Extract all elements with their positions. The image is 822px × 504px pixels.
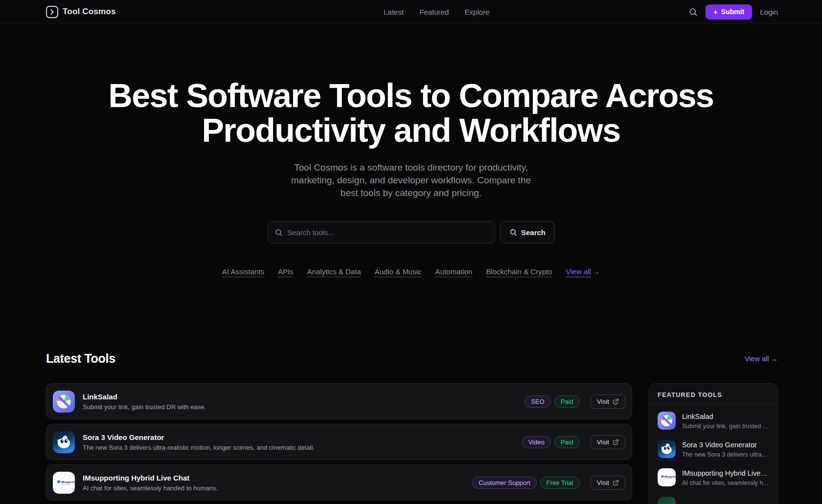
search-button[interactable]: Search — [500, 221, 555, 243]
tool-card-list: LinkSalad Submit your link, gain trusted… — [46, 383, 632, 504]
view-all-label: View all — [745, 355, 769, 363]
tool-description: The new Sora 3 delivers ultra-realistic … — [83, 444, 315, 451]
chevron-box-icon — [46, 6, 58, 18]
arrow-right-icon: → — [593, 267, 600, 276]
visit-label: Visit — [597, 479, 609, 486]
hero-title: Best Software Tools to Compare Across Pr… — [0, 78, 822, 148]
categories-view-all-link[interactable]: View all→ — [566, 267, 600, 276]
dot-separator: · — [299, 268, 301, 275]
featured-tools-panel: FEATURED TOOLS LinkSalad Submit your lin… — [649, 383, 778, 504]
tool-card-linksalad[interactable]: LinkSalad Submit your link, gain trusted… — [46, 383, 632, 419]
category-badge[interactable]: SEO — [525, 395, 550, 408]
main-nav: Latest · Featured · Explore — [384, 8, 489, 16]
featured-tool-description: Submit your link, gain trusted DR with e… — [682, 423, 769, 430]
latest-tools-heading: Latest Tools — [46, 351, 115, 366]
search-input-wrapper — [267, 221, 495, 243]
linksalad-logo-icon — [658, 412, 676, 430]
dot-separator: · — [367, 268, 369, 275]
category-link-ai-assistants[interactable]: AI Assistants — [222, 267, 264, 276]
category-link-analytics-data[interactable]: Analytics & Data — [307, 267, 361, 276]
hero-title-line2: Productivity and Workflows — [202, 111, 620, 149]
tool-logo-icon — [658, 497, 676, 504]
pricing-badge[interactable]: Paid — [554, 395, 580, 408]
imsupporting-logo-icon: IMsupporting — [658, 468, 676, 486]
sora-logo-icon — [53, 431, 75, 453]
tool-description: Submit your link, gain trusted DR with e… — [83, 403, 206, 411]
imsupporting-logo-icon: IMsupporting — [53, 472, 75, 494]
latest-view-all-link[interactable]: View all → — [745, 355, 778, 363]
featured-tool-name: IMsupporting Hybrid Live Chat — [682, 469, 769, 477]
featured-item-imsupporting[interactable]: IMsupporting IMsupporting Hybrid Live Ch… — [658, 468, 769, 486]
external-link-icon — [613, 480, 619, 486]
category-link-blockchain-crypto[interactable]: Blockchain & Crypto — [486, 267, 552, 276]
search-icon — [274, 228, 283, 237]
nav-separator: · — [411, 8, 412, 16]
brand-name: Tool Cosmos — [63, 7, 116, 17]
external-link-icon — [613, 398, 619, 405]
external-link-icon — [613, 439, 619, 445]
nav-latest[interactable]: Latest — [384, 8, 404, 16]
hero-subtitle: Tool Cosmos is a software tools director… — [284, 161, 538, 200]
featured-tool-description: The new Sora 3 delivers ultra-realistic … — [682, 451, 769, 458]
dot-separator: · — [558, 268, 560, 275]
visit-button[interactable]: Visit — [591, 435, 625, 449]
arrow-right-icon: → — [771, 355, 778, 363]
view-all-label: View all — [566, 267, 591, 276]
visit-button[interactable]: Visit — [591, 476, 625, 490]
featured-item-linksalad[interactable]: LinkSalad Submit your link, gain trusted… — [658, 412, 769, 430]
featured-tool-name: LinkSalad — [682, 413, 769, 420]
submit-button[interactable]: + Submit — [706, 4, 752, 20]
pricing-badge[interactable]: Paid — [554, 436, 580, 448]
submit-label: Submit — [721, 8, 744, 16]
top-bar: Tool Cosmos Latest · Featured · Explore … — [0, 0, 822, 23]
plus-icon: + — [713, 8, 718, 16]
featured-tool-name: Sora 3 Video Generator — [682, 441, 769, 449]
svg-text:IMsupporting: IMsupporting — [664, 476, 676, 478]
linksalad-logo-icon — [53, 391, 75, 413]
search-input[interactable] — [287, 228, 488, 237]
header-search-icon[interactable] — [688, 7, 698, 17]
category-links-row: AI Assistants · APIs · Analytics & Data … — [0, 267, 822, 276]
featured-tool-description: AI chat for sites, seamlessly handed to … — [682, 480, 769, 486]
tool-name: IMsupporting Hybrid Live Chat — [83, 474, 218, 482]
tool-name: LinkSalad — [83, 393, 206, 401]
dot-separator: · — [478, 268, 480, 275]
category-link-automation[interactable]: Automation — [435, 267, 473, 276]
category-badge[interactable]: Video — [522, 436, 551, 448]
category-link-audio-music[interactable]: Audio & Music — [375, 267, 422, 276]
featured-tools-heading: FEATURED TOOLS — [649, 384, 777, 405]
nav-featured[interactable]: Featured — [419, 8, 449, 16]
login-link[interactable]: Login — [760, 8, 778, 16]
hero-section: Best Software Tools to Compare Across Pr… — [0, 23, 822, 276]
sora-logo-icon — [658, 440, 676, 458]
category-link-apis[interactable]: APIs — [278, 267, 294, 276]
search-button-label: Search — [521, 228, 546, 237]
dot-separator: · — [428, 268, 430, 275]
search-icon — [509, 228, 517, 236]
tool-card-sora-3-video-generator[interactable]: Sora 3 Video Generator The new Sora 3 de… — [46, 424, 632, 460]
hero-search-row: Search — [0, 221, 822, 243]
featured-item-partial[interactable] — [658, 497, 769, 504]
svg-text:IMsupporting: IMsupporting — [61, 481, 75, 483]
visit-label: Visit — [597, 438, 609, 446]
dot-separator: · — [270, 268, 272, 275]
nav-separator: · — [456, 8, 457, 16]
nav-explore[interactable]: Explore — [465, 8, 490, 16]
pricing-badge[interactable]: Free Trial — [540, 477, 580, 489]
tool-description: AI chat for sites, seamlessly handed to … — [83, 484, 218, 492]
visit-button[interactable]: Visit — [591, 394, 625, 409]
latest-tools-section: Latest Tools View all → LinkSalad Submit… — [46, 351, 778, 504]
tool-card-imsupporting-hybrid-live-chat[interactable]: IMsupporting IMsupporting Hybrid Live Ch… — [46, 464, 632, 501]
featured-item-sora-3-video-generator[interactable]: Sora 3 Video Generator The new Sora 3 de… — [658, 440, 769, 458]
category-badge[interactable]: Customer Support — [472, 477, 537, 489]
tool-name: Sora 3 Video Generator — [83, 433, 315, 441]
hero-title-line1: Best Software Tools to Compare Across — [109, 77, 714, 114]
brand-logo[interactable]: Tool Cosmos — [46, 6, 116, 18]
visit-label: Visit — [597, 398, 609, 405]
